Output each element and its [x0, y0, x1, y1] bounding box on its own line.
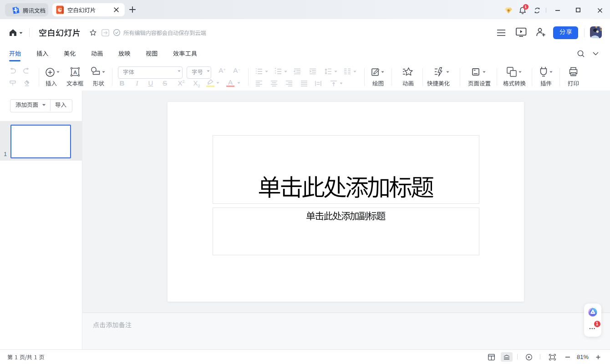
svg-text:A: A — [73, 70, 77, 75]
